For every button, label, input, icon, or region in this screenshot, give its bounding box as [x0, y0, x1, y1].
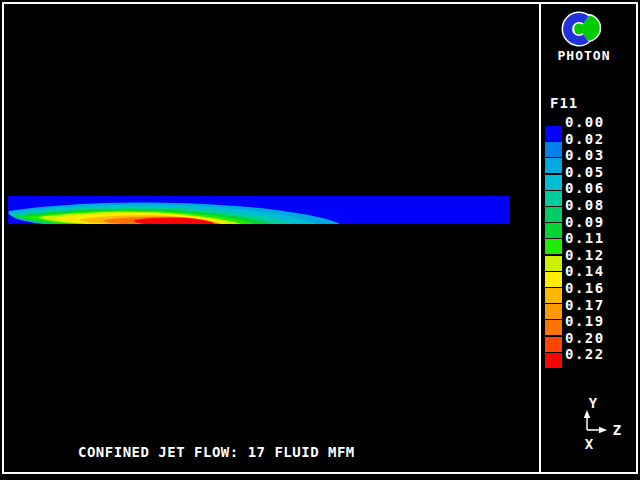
axis-y-arrowhead-icon	[584, 410, 590, 418]
photon-logo-icon	[556, 6, 612, 52]
axis-triad: Y Z X	[555, 393, 630, 455]
plot-title: CONFINED JET FLOW: 17 FLUID MFM	[78, 444, 355, 460]
axis-label-z: Z	[613, 422, 621, 438]
axis-label-y: Y	[589, 395, 598, 411]
logo-wordmark: PHOTON	[554, 48, 614, 63]
axis-label-x: X	[585, 436, 594, 452]
axis-z-arrowhead-icon	[599, 427, 607, 433]
legend-title: F11	[550, 95, 578, 111]
photon-viewer-window: CONFINED JET FLOW: 17 FLUID MFM PHOTON F…	[0, 0, 640, 480]
flow-field	[0, 0, 640, 480]
